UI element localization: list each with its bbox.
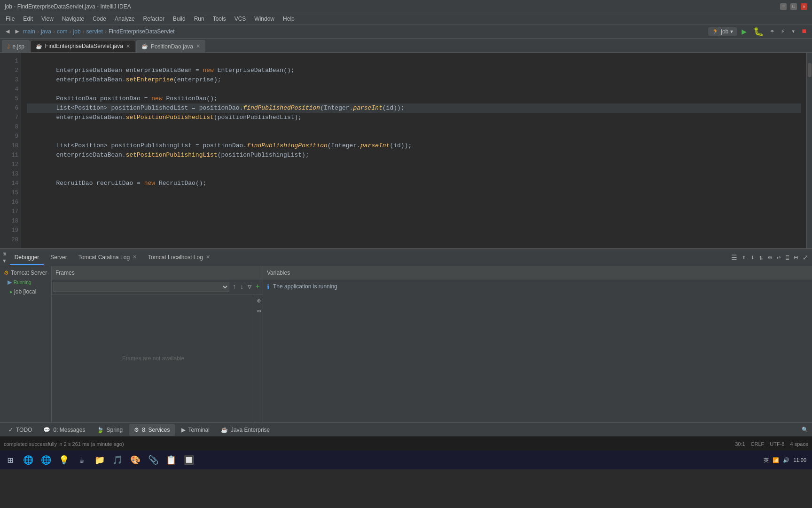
run-button[interactable]: ▶	[740, 25, 749, 38]
settings-button[interactable]: ▾	[789, 26, 797, 36]
forward-button[interactable]: ▶	[13, 26, 21, 36]
tab-terminal[interactable]: ▶ Terminal	[177, 424, 214, 436]
taskbar-app4[interactable]: 📋	[163, 452, 180, 468]
tab-java-enterprise[interactable]: ☕ Java Enterprise	[216, 424, 274, 436]
stop-button[interactable]: ■	[800, 26, 808, 37]
tab-server-label: Server	[50, 254, 67, 261]
menu-analyze[interactable]: Analyze	[111, 15, 139, 23]
menu-view[interactable]: View	[38, 15, 57, 23]
debug-icon-list[interactable]: ≣	[784, 253, 790, 262]
job-icon: ●	[9, 289, 12, 294]
tree-tomcat-server[interactable]: ⚙ Tomcat Server	[0, 268, 51, 278]
menu-edit[interactable]: Edit	[19, 15, 37, 23]
menu-build[interactable]: Build	[169, 15, 189, 23]
expand-btn[interactable]: ∞	[257, 308, 261, 315]
frames-filter-btn[interactable]: ▽	[247, 282, 252, 292]
taskbar-explorer[interactable]: 📁	[91, 452, 108, 468]
coverage-button[interactable]: ☂	[768, 26, 776, 36]
code-editor[interactable]: EnterpriseDataBean enterpriseDataBean = …	[21, 53, 806, 248]
frames-add-btn[interactable]: +	[254, 282, 261, 292]
debug-icon-restore[interactable]: ⬆	[741, 253, 747, 262]
menu-tools[interactable]: Tools	[209, 15, 230, 23]
taskbar-app3[interactable]: 📎	[145, 452, 162, 468]
indent-type[interactable]: 4 space	[790, 441, 808, 447]
debug-icon-expand[interactable]: ⤢	[802, 253, 809, 262]
scroll-thumb[interactable]	[808, 63, 812, 77]
menu-code[interactable]: Code	[89, 15, 110, 23]
minimize-button[interactable]: ─	[780, 3, 787, 10]
terminal-label: Terminal	[188, 427, 210, 433]
line-ending[interactable]: CRLF	[751, 441, 765, 447]
tab-catalina-log[interactable]: Tomcat Catalina Log ✕	[74, 251, 141, 265]
tab-close-position[interactable]: ✕	[196, 43, 200, 49]
menu-refactor[interactable]: Refactor	[140, 15, 168, 23]
breadcrumb-com[interactable]: com	[57, 28, 68, 35]
taskbar-app5[interactable]: 🔲	[180, 452, 197, 468]
tab-debugger[interactable]: Debugger	[10, 251, 44, 265]
debug-icon-down[interactable]: ⬇	[750, 253, 755, 262]
start-button[interactable]: ⊞	[2, 452, 19, 468]
frames-thread-select[interactable]	[54, 282, 229, 292]
breadcrumb-java[interactable]: java	[41, 28, 51, 35]
tree-running[interactable]: ▶ Running	[0, 278, 51, 287]
tab-catalina-close[interactable]: ✕	[133, 254, 137, 260]
volume-icon: 🔊	[783, 457, 789, 463]
taskbar-java[interactable]: ☕	[73, 452, 90, 468]
frames-up-btn[interactable]: ↑	[231, 282, 237, 292]
run-config[interactable]: 🏃 job ▾	[708, 27, 737, 36]
run-config-icon: 🏃	[712, 28, 719, 35]
breadcrumb-job[interactable]: job	[73, 28, 81, 35]
debug-icon-align[interactable]: ☰	[730, 253, 738, 262]
tab-todo[interactable]: ✓ TODO	[4, 424, 37, 436]
menu-vcs[interactable]: VCS	[231, 15, 250, 23]
breadcrumb: main › java › com › job › servlet › Find…	[23, 28, 175, 35]
debug-icon-filter[interactable]: ⊗	[767, 253, 773, 262]
menu-help[interactable]: Help	[279, 15, 298, 23]
frames-down-btn[interactable]: ↓	[239, 282, 245, 292]
taskbar-app2[interactable]: 🎨	[127, 452, 144, 468]
menu-window[interactable]: Window	[250, 15, 278, 23]
breadcrumb-main[interactable]: main	[23, 28, 35, 35]
search-icon[interactable]: 🔍	[802, 427, 808, 433]
tree-job[interactable]: ● job [local	[0, 287, 51, 296]
frames-empty-message: Frames are not available	[52, 294, 255, 422]
tab-localhost-log[interactable]: Tomcat Localhost Log ✕	[143, 251, 215, 265]
tab-position-dao[interactable]: ☕ PositionDao.java ✕	[136, 40, 205, 52]
debug-icon-grid[interactable]: ⊟	[793, 253, 799, 262]
tab-spring[interactable]: 🍃 Spring	[92, 424, 128, 436]
tab-jsp[interactable]: J e.jsp	[2, 40, 30, 52]
tab-services[interactable]: ⚙ 8: Services	[129, 424, 174, 436]
maximize-button[interactable]: □	[790, 3, 797, 10]
tab-close-find[interactable]: ✕	[126, 43, 130, 49]
code-line-17	[27, 207, 801, 216]
encoding[interactable]: UTF-8	[770, 441, 784, 447]
debug-icon-sort[interactable]: ⇅	[758, 253, 764, 262]
taskbar-edge[interactable]: 🌐	[38, 452, 55, 468]
tab-jsp-label: e.jsp	[13, 43, 24, 50]
tab-server[interactable]: Server	[46, 251, 71, 265]
taskbar-app1[interactable]: 🎵	[109, 452, 126, 468]
cursor-position[interactable]: 30:1	[735, 441, 745, 447]
java-file-icon-1: ☕	[36, 43, 42, 49]
taskbar-intellij[interactable]: 💡	[55, 452, 72, 468]
copy-btn[interactable]: ⊕	[257, 297, 261, 305]
breadcrumb-servlet[interactable]: servlet	[86, 28, 103, 35]
taskbar-chrome[interactable]: 🌐	[20, 452, 37, 468]
debug-ctrl-3[interactable]: ▼	[3, 258, 6, 264]
back-button[interactable]: ◀	[4, 26, 11, 36]
menu-file[interactable]: File	[2, 15, 18, 23]
debug-ctrl-2[interactable]: ⊞	[3, 251, 6, 257]
menu-navigate[interactable]: Navigate	[58, 15, 88, 23]
code-line-11: enterpriseDataBean.setPositionPublishing…	[27, 151, 801, 160]
code-line-8	[27, 122, 801, 132]
profile-button[interactable]: ⚡	[779, 26, 787, 36]
menu-run[interactable]: Run	[190, 15, 208, 23]
tab-find-enterprise[interactable]: ☕ FindEnterpriseDataServlet.java ✕	[31, 40, 135, 52]
tab-localhost-close[interactable]: ✕	[206, 254, 210, 260]
debug-button[interactable]: 🐛	[751, 25, 765, 38]
scrollbar[interactable]	[806, 53, 812, 248]
close-button[interactable]: ✕	[801, 3, 807, 10]
breadcrumb-class[interactable]: FindEnterpriseDataServlet	[109, 28, 175, 35]
debug-icon-redo[interactable]: ↩	[776, 253, 781, 262]
tab-messages[interactable]: 💬 0: Messages	[39, 424, 90, 436]
